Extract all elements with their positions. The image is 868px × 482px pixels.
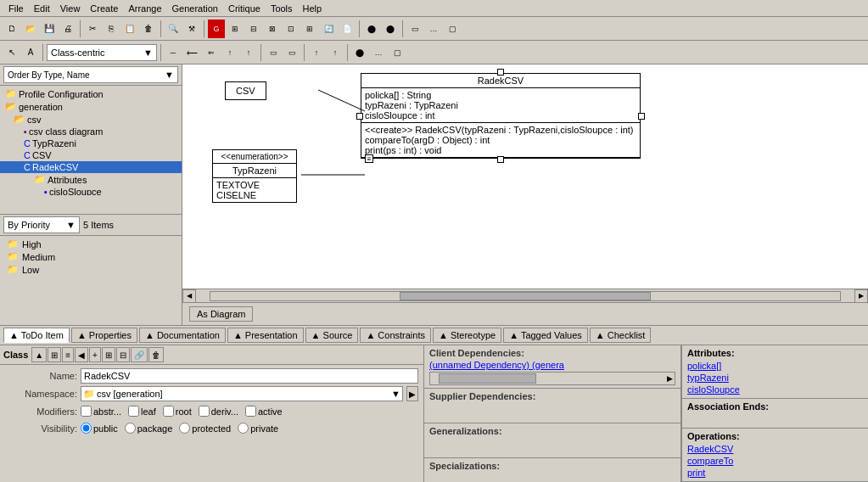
props-grid-btn[interactable]: ⊞: [48, 347, 61, 362]
more-btn[interactable]: ⬤: [351, 43, 368, 62]
misc1-btn[interactable]: ⬤: [363, 20, 380, 38]
find2-btn[interactable]: ⚒: [183, 20, 200, 38]
attr-item-policka[interactable]: policka[]: [687, 360, 863, 372]
open-btn[interactable]: 📂: [22, 20, 39, 38]
misc2-btn[interactable]: ⬤: [382, 20, 399, 38]
menu-critique[interactable]: Critique: [223, 2, 266, 15]
props-grid2-btn[interactable]: ⊞: [102, 347, 115, 362]
gen4-btn[interactable]: ⊠: [264, 20, 281, 38]
tree-item-cislosloupce[interactable]: ▪ cisloSloupce: [0, 186, 182, 195]
gen8-btn[interactable]: 📄: [339, 20, 356, 38]
op-item-radekcsv[interactable]: RadekCSV: [687, 443, 863, 455]
h-scrollbar-thumb[interactable]: [400, 292, 652, 300]
menu-edit[interactable]: Edit: [29, 2, 55, 15]
tab-checklist[interactable]: ▲ Checklist: [590, 328, 652, 343]
client-deps-value[interactable]: (unnamed Dependency) (genera: [429, 360, 675, 370]
delete-btn[interactable]: 🗑: [140, 20, 157, 38]
leaf-check[interactable]: leaf: [128, 406, 156, 417]
gen6-btn[interactable]: ⊞: [301, 20, 318, 38]
radekcsv-box[interactable]: RadekCSV policka[] : String typRazeni : …: [361, 73, 641, 159]
resize-left[interactable]: [356, 113, 363, 120]
copy-btn[interactable]: ⎘: [103, 20, 120, 38]
root-check[interactable]: root: [163, 406, 192, 417]
as-diagram-button[interactable]: As Diagram: [189, 306, 253, 322]
scroll-right2[interactable]: ▶: [667, 374, 673, 383]
more2-btn[interactable]: …: [370, 43, 387, 62]
order-by-dropdown[interactable]: Order By Type, Name ▼: [3, 66, 178, 83]
gen1-btn[interactable]: G: [208, 20, 225, 38]
h-scrollbar[interactable]: ◀ ▶: [182, 289, 868, 302]
scroll-right[interactable]: ▶: [854, 289, 868, 303]
resize-top[interactable]: [497, 69, 504, 76]
deriv-check[interactable]: deriv...: [199, 406, 238, 417]
props-add-btn[interactable]: +: [89, 347, 101, 362]
line3-btn[interactable]: ⇐: [203, 43, 220, 62]
node2-btn[interactable]: ↑: [327, 43, 344, 62]
attr-item-typrazeni[interactable]: typRazeni: [687, 372, 863, 384]
save-btn[interactable]: 💾: [41, 20, 58, 38]
tab-tagged-values[interactable]: ▲ Tagged Values: [503, 328, 588, 343]
tab-todo[interactable]: ▲ ToDo Item: [3, 328, 70, 343]
line4-btn[interactable]: ↑: [221, 43, 238, 62]
text-tool[interactable]: A: [22, 43, 39, 62]
h-scrollbar-track[interactable]: [210, 291, 841, 301]
tree-item-profile[interactable]: 📁 Profile Configuration: [0, 87, 182, 100]
gen3-btn[interactable]: ⊟: [245, 20, 262, 38]
active-check[interactable]: active: [245, 406, 283, 417]
menu-view[interactable]: View: [55, 2, 86, 15]
paste-btn[interactable]: 📋: [121, 20, 138, 38]
resize-right[interactable]: [638, 113, 645, 120]
tree-item-radekcsv[interactable]: C RadekCSV: [0, 161, 182, 173]
priority-dropdown[interactable]: By Priority ▼: [3, 216, 80, 233]
tree-item-attributes[interactable]: 📁 Attributes: [0, 173, 182, 186]
rect2-btn[interactable]: ▭: [283, 43, 300, 62]
csv-box[interactable]: CSV: [225, 81, 266, 100]
gen2-btn[interactable]: ⊞: [227, 20, 244, 38]
namespace-dropdown[interactable]: 📁 csv [generation] ▼: [81, 386, 403, 401]
tree-item-csv[interactable]: 📂 csv: [0, 113, 182, 126]
misc5-btn[interactable]: ▢: [444, 20, 461, 38]
client-deps-thumb[interactable]: [439, 373, 536, 384]
priority-low[interactable]: 📁 Low: [7, 263, 175, 276]
cut-btn[interactable]: ✂: [84, 20, 101, 38]
node1-btn[interactable]: ↑: [308, 43, 325, 62]
tree-item-generation[interactable]: 📂 generation: [0, 100, 182, 113]
attr-item-cislosloupce[interactable]: cisloSloupce: [687, 384, 863, 395]
priority-medium[interactable]: 📁 Medium: [7, 250, 175, 263]
op-item-compareto[interactable]: compareTo: [687, 455, 863, 467]
tab-properties[interactable]: ▲ Properties: [71, 328, 137, 343]
private-radio[interactable]: private: [238, 423, 278, 434]
menu-help[interactable]: Help: [298, 2, 328, 15]
menu-tools[interactable]: Tools: [266, 2, 298, 15]
typrazeni-box[interactable]: <<enumeration>> TypRazeni TEXTOVE CISELN…: [212, 149, 297, 203]
props-props-btn[interactable]: ≡: [62, 347, 74, 362]
tree-item-csvdiagram[interactable]: ▪ csv class diagram: [0, 126, 182, 137]
new-btn[interactable]: 🗋: [3, 20, 20, 38]
gen7-btn[interactable]: 🔄: [320, 20, 337, 38]
select-tool[interactable]: ↖: [3, 43, 20, 62]
tree-item-csv2[interactable]: C CSV: [0, 149, 182, 161]
menu-file[interactable]: File: [3, 2, 29, 15]
tab-constraints[interactable]: ▲ Constraints: [360, 328, 431, 343]
canvas[interactable]: CSV RadekCSV policka[] : String typRazen…: [182, 64, 868, 289]
tree-item-typrazeni[interactable]: C TypRazeni: [0, 137, 182, 149]
props-grid3-btn[interactable]: ⊟: [116, 347, 130, 362]
tab-presentation[interactable]: ▲ Presentation: [227, 328, 304, 343]
menu-generation[interactable]: Generation: [167, 2, 223, 15]
op-item-print[interactable]: print: [687, 467, 863, 479]
name-input[interactable]: [81, 368, 418, 384]
rect3-btn[interactable]: ▢: [389, 43, 406, 62]
gen5-btn[interactable]: ⊡: [283, 20, 300, 38]
print-btn[interactable]: 🖨: [59, 20, 76, 38]
tab-stereotype[interactable]: ▲ Stereotype: [433, 328, 501, 343]
props-nav-btn[interactable]: ◀: [75, 347, 88, 362]
client-deps-scrollbar[interactable]: ▶: [429, 372, 675, 385]
menu-create[interactable]: Create: [85, 2, 123, 15]
find-btn[interactable]: 🔍: [165, 20, 182, 38]
abstr-check[interactable]: abstr...: [81, 406, 121, 417]
props-delete-btn[interactable]: 🗑: [148, 347, 164, 362]
props-up-btn[interactable]: ▲: [31, 347, 47, 362]
menu-arrange[interactable]: Arrange: [123, 2, 166, 15]
props-link-btn[interactable]: 🔗: [131, 347, 148, 362]
rect1-btn[interactable]: ▭: [265, 43, 282, 62]
